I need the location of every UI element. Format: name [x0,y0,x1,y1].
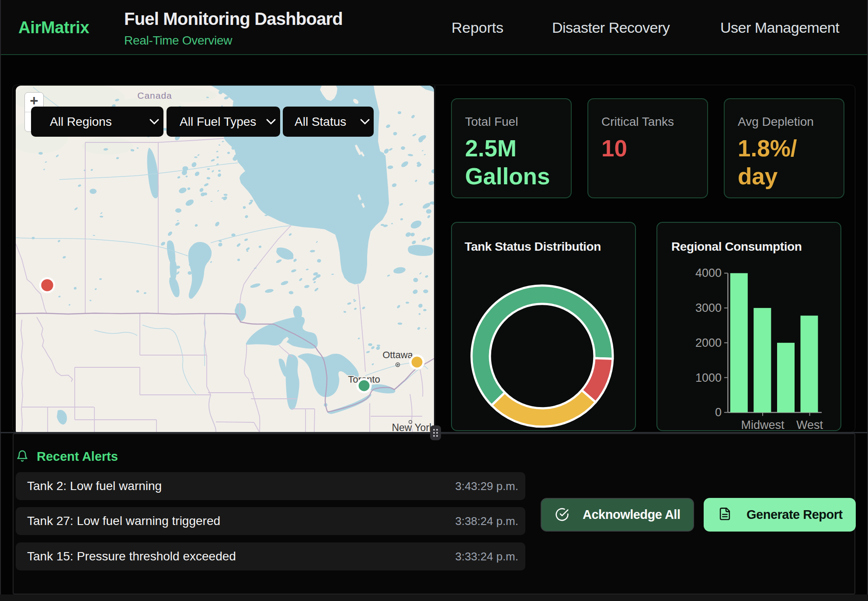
svg-text:Ottawa: Ottawa [382,349,413,360]
svg-text:Midwest: Midwest [741,418,785,432]
svg-text:3000: 3000 [695,301,722,314]
svg-text:2000: 2000 [695,336,722,349]
svg-text:0: 0 [715,406,722,419]
svg-text:4000: 4000 [695,266,722,280]
svg-text:Canada: Canada [137,90,172,100]
svg-text:1000: 1000 [695,371,722,384]
svg-text:New York: New York [392,422,434,432]
svg-text:West: West [796,418,823,432]
